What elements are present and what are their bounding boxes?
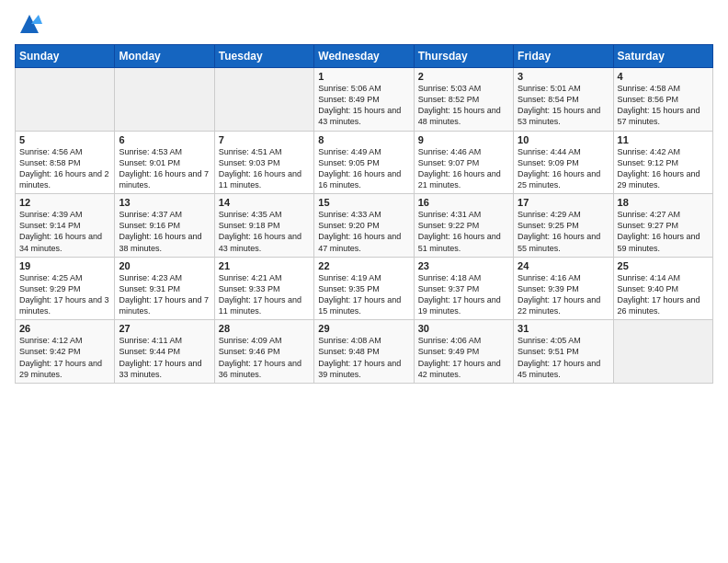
day-cell: 5Sunrise: 4:56 AM Sunset: 8:58 PM Daylig… — [16, 131, 115, 194]
day-cell: 3Sunrise: 5:01 AM Sunset: 8:54 PM Daylig… — [514, 68, 613, 132]
day-number: 31 — [518, 323, 609, 334]
day-header-sunday: Sunday — [16, 45, 115, 68]
day-cell: 18Sunrise: 4:27 AM Sunset: 9:27 PM Dayli… — [613, 194, 712, 258]
day-number: 7 — [219, 134, 310, 145]
day-cell: 9Sunrise: 4:46 AM Sunset: 9:07 PM Daylig… — [414, 131, 513, 194]
week-row-1: 5Sunrise: 4:56 AM Sunset: 8:58 PM Daylig… — [16, 131, 713, 194]
week-row-3: 19Sunrise: 4:25 AM Sunset: 9:29 PM Dayli… — [16, 257, 713, 320]
day-header-saturday: Saturday — [613, 45, 712, 68]
day-cell: 4Sunrise: 4:58 AM Sunset: 8:56 PM Daylig… — [613, 68, 712, 132]
day-info: Sunrise: 4:29 AM Sunset: 9:25 PM Dayligh… — [518, 209, 609, 254]
day-cell: 27Sunrise: 4:11 AM Sunset: 9:44 PM Dayli… — [115, 320, 214, 384]
day-cell: 22Sunrise: 4:19 AM Sunset: 9:35 PM Dayli… — [314, 257, 414, 320]
day-number: 21 — [219, 260, 310, 271]
logo — [15, 11, 42, 37]
day-cell: 6Sunrise: 4:53 AM Sunset: 9:01 PM Daylig… — [115, 131, 214, 194]
day-number: 6 — [119, 134, 210, 145]
day-number: 11 — [618, 134, 709, 145]
day-cell: 8Sunrise: 4:49 AM Sunset: 9:05 PM Daylig… — [314, 131, 414, 194]
day-cell: 7Sunrise: 4:51 AM Sunset: 9:03 PM Daylig… — [214, 131, 313, 194]
day-info: Sunrise: 4:46 AM Sunset: 9:07 PM Dayligh… — [418, 146, 509, 191]
header-row: SundayMondayTuesdayWednesdayThursdayFrid… — [16, 45, 713, 68]
header — [15, 11, 713, 37]
day-number: 12 — [19, 197, 110, 208]
day-info: Sunrise: 4:19 AM Sunset: 9:35 PM Dayligh… — [318, 272, 409, 317]
day-number: 22 — [318, 260, 409, 271]
day-info: Sunrise: 4:42 AM Sunset: 9:12 PM Dayligh… — [618, 146, 709, 191]
day-number: 3 — [518, 71, 609, 82]
day-cell: 1Sunrise: 5:06 AM Sunset: 8:49 PM Daylig… — [314, 68, 414, 132]
day-info: Sunrise: 4:35 AM Sunset: 9:18 PM Dayligh… — [219, 209, 310, 254]
day-number: 18 — [618, 197, 709, 208]
day-header-monday: Monday — [115, 45, 214, 68]
day-cell — [16, 68, 115, 132]
day-number: 16 — [418, 197, 509, 208]
day-info: Sunrise: 5:03 AM Sunset: 8:52 PM Dayligh… — [418, 83, 509, 128]
day-info: Sunrise: 4:25 AM Sunset: 9:29 PM Dayligh… — [19, 272, 110, 317]
day-cell: 11Sunrise: 4:42 AM Sunset: 9:12 PM Dayli… — [613, 131, 712, 194]
day-info: Sunrise: 4:11 AM Sunset: 9:44 PM Dayligh… — [119, 335, 210, 380]
day-info: Sunrise: 4:06 AM Sunset: 9:49 PM Dayligh… — [418, 335, 509, 380]
day-info: Sunrise: 4:33 AM Sunset: 9:20 PM Dayligh… — [318, 209, 409, 254]
day-info: Sunrise: 4:14 AM Sunset: 9:40 PM Dayligh… — [618, 272, 709, 317]
day-cell: 23Sunrise: 4:18 AM Sunset: 9:37 PM Dayli… — [414, 257, 513, 320]
day-cell: 10Sunrise: 4:44 AM Sunset: 9:09 PM Dayli… — [514, 131, 613, 194]
day-info: Sunrise: 4:58 AM Sunset: 8:56 PM Dayligh… — [618, 83, 709, 128]
day-cell: 2Sunrise: 5:03 AM Sunset: 8:52 PM Daylig… — [414, 68, 513, 132]
day-cell: 16Sunrise: 4:31 AM Sunset: 9:22 PM Dayli… — [414, 194, 513, 258]
day-number: 26 — [19, 323, 110, 334]
day-cell: 30Sunrise: 4:06 AM Sunset: 9:49 PM Dayli… — [414, 320, 513, 384]
day-cell: 28Sunrise: 4:09 AM Sunset: 9:46 PM Dayli… — [214, 320, 313, 384]
day-number: 8 — [318, 134, 409, 145]
week-row-2: 12Sunrise: 4:39 AM Sunset: 9:14 PM Dayli… — [16, 194, 713, 258]
day-cell: 15Sunrise: 4:33 AM Sunset: 9:20 PM Dayli… — [314, 194, 414, 258]
day-number: 28 — [219, 323, 310, 334]
day-cell — [115, 68, 214, 132]
day-cell: 29Sunrise: 4:08 AM Sunset: 9:48 PM Dayli… — [314, 320, 414, 384]
day-info: Sunrise: 4:37 AM Sunset: 9:16 PM Dayligh… — [119, 209, 210, 254]
day-info: Sunrise: 4:56 AM Sunset: 8:58 PM Dayligh… — [19, 146, 110, 191]
day-number: 14 — [219, 197, 310, 208]
day-cell: 25Sunrise: 4:14 AM Sunset: 9:40 PM Dayli… — [613, 257, 712, 320]
week-row-0: 1Sunrise: 5:06 AM Sunset: 8:49 PM Daylig… — [16, 68, 713, 132]
day-info: Sunrise: 4:09 AM Sunset: 9:46 PM Dayligh… — [219, 335, 310, 380]
day-cell — [613, 320, 712, 384]
page: SundayMondayTuesdayWednesdayThursdayFrid… — [0, 0, 728, 391]
day-number: 30 — [418, 323, 509, 334]
day-header-thursday: Thursday — [414, 45, 513, 68]
day-number: 17 — [518, 197, 609, 208]
day-number: 4 — [618, 71, 709, 82]
day-info: Sunrise: 4:27 AM Sunset: 9:27 PM Dayligh… — [618, 209, 709, 254]
day-info: Sunrise: 4:12 AM Sunset: 9:42 PM Dayligh… — [19, 335, 110, 380]
day-header-tuesday: Tuesday — [214, 45, 313, 68]
day-cell: 14Sunrise: 4:35 AM Sunset: 9:18 PM Dayli… — [214, 194, 313, 258]
day-number: 25 — [618, 260, 709, 271]
day-cell: 19Sunrise: 4:25 AM Sunset: 9:29 PM Dayli… — [16, 257, 115, 320]
day-number: 23 — [418, 260, 509, 271]
day-number: 29 — [318, 323, 409, 334]
day-info: Sunrise: 4:53 AM Sunset: 9:01 PM Dayligh… — [119, 146, 210, 191]
day-info: Sunrise: 4:51 AM Sunset: 9:03 PM Dayligh… — [219, 146, 310, 191]
day-info: Sunrise: 4:39 AM Sunset: 9:14 PM Dayligh… — [19, 209, 110, 254]
day-cell: 31Sunrise: 4:05 AM Sunset: 9:51 PM Dayli… — [514, 320, 613, 384]
day-info: Sunrise: 4:31 AM Sunset: 9:22 PM Dayligh… — [418, 209, 509, 254]
day-number: 2 — [418, 71, 509, 82]
day-number: 24 — [518, 260, 609, 271]
day-number: 20 — [119, 260, 210, 271]
day-number: 5 — [19, 134, 110, 145]
calendar-table: SundayMondayTuesdayWednesdayThursdayFrid… — [15, 44, 713, 384]
day-cell — [214, 68, 313, 132]
day-info: Sunrise: 4:16 AM Sunset: 9:39 PM Dayligh… — [518, 272, 609, 317]
day-cell: 13Sunrise: 4:37 AM Sunset: 9:16 PM Dayli… — [115, 194, 214, 258]
day-cell: 26Sunrise: 4:12 AM Sunset: 9:42 PM Dayli… — [16, 320, 115, 384]
day-number: 27 — [119, 323, 210, 334]
day-cell: 21Sunrise: 4:21 AM Sunset: 9:33 PM Dayli… — [214, 257, 313, 320]
day-info: Sunrise: 4:21 AM Sunset: 9:33 PM Dayligh… — [219, 272, 310, 317]
day-number: 13 — [119, 197, 210, 208]
day-header-friday: Friday — [514, 45, 613, 68]
day-number: 10 — [518, 134, 609, 145]
day-number: 19 — [19, 260, 110, 271]
day-cell: 20Sunrise: 4:23 AM Sunset: 9:31 PM Dayli… — [115, 257, 214, 320]
day-info: Sunrise: 4:44 AM Sunset: 9:09 PM Dayligh… — [518, 146, 609, 191]
day-number: 15 — [318, 197, 409, 208]
